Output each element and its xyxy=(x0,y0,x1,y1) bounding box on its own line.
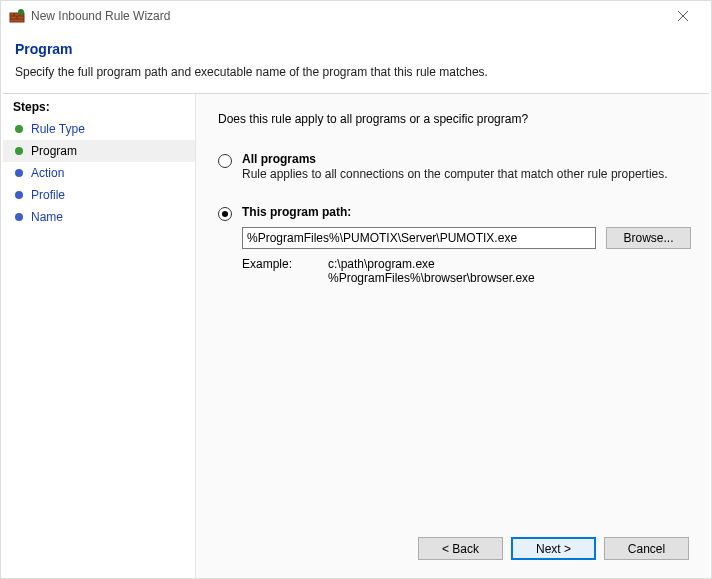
content-pane: Does this rule apply to all programs or … xyxy=(196,94,709,578)
browse-button[interactable]: Browse... xyxy=(606,227,691,249)
program-path-input[interactable] xyxy=(242,227,596,249)
option-texts: This program path: xyxy=(242,205,691,219)
option-all-programs[interactable]: All programs Rule applies to all connect… xyxy=(218,152,691,181)
step-dot-icon xyxy=(15,213,23,221)
sidebar-item-label: Program xyxy=(31,144,77,158)
sidebar-item-profile[interactable]: Profile xyxy=(3,184,195,206)
sidebar-item-rule-type[interactable]: Rule Type xyxy=(3,118,195,140)
cancel-button[interactable]: Cancel xyxy=(604,537,689,560)
option-all-title: All programs xyxy=(242,152,691,166)
option-this-program-path[interactable]: This program path: xyxy=(218,205,691,221)
content-spacer xyxy=(218,285,691,533)
titlebar: New Inbound Rule Wizard xyxy=(1,1,711,31)
wizard-header: Program Specify the full program path an… xyxy=(1,31,711,93)
step-dot-icon xyxy=(15,169,23,177)
sidebar-item-label: Action xyxy=(31,166,64,180)
question-text: Does this rule apply to all programs or … xyxy=(218,112,691,126)
step-dot-icon xyxy=(15,191,23,199)
program-path-row: Browse... xyxy=(242,227,691,249)
option-texts: All programs Rule applies to all connect… xyxy=(242,152,691,181)
firewall-icon xyxy=(9,8,25,24)
program-scope-options: All programs Rule applies to all connect… xyxy=(218,152,691,285)
svg-point-6 xyxy=(18,9,24,15)
page-subtitle: Specify the full program path and execut… xyxy=(15,65,697,79)
example-row: Example: c:\path\program.exe %ProgramFil… xyxy=(242,257,691,285)
sidebar-item-program[interactable]: Program xyxy=(3,140,195,162)
steps-heading: Steps: xyxy=(3,100,195,118)
option-path-title: This program path: xyxy=(242,205,691,219)
wizard-window: New Inbound Rule Wizard Program Specify … xyxy=(0,0,712,579)
sidebar-item-action[interactable]: Action xyxy=(3,162,195,184)
step-dot-icon xyxy=(15,125,23,133)
back-button[interactable]: < Back xyxy=(418,537,503,560)
sidebar-item-label: Rule Type xyxy=(31,122,85,136)
step-dot-icon xyxy=(15,147,23,155)
wizard-buttons: < Back Next > Cancel xyxy=(218,533,691,566)
sidebar-item-label: Profile xyxy=(31,188,65,202)
spacer xyxy=(218,187,691,205)
page-title: Program xyxy=(15,41,697,57)
option-all-desc: Rule applies to all connections on the c… xyxy=(242,167,691,181)
close-button[interactable] xyxy=(663,2,703,30)
radio-this-program-path[interactable] xyxy=(218,207,232,221)
steps-sidebar: Steps: Rule Type Program Action Profile … xyxy=(3,94,196,578)
example-paths: c:\path\program.exe %ProgramFiles%\brows… xyxy=(328,257,535,285)
wizard-body: Steps: Rule Type Program Action Profile … xyxy=(3,93,709,578)
sidebar-item-name[interactable]: Name xyxy=(3,206,195,228)
window-title: New Inbound Rule Wizard xyxy=(31,9,663,23)
radio-all-programs[interactable] xyxy=(218,154,232,168)
example-label: Example: xyxy=(242,257,304,285)
next-button[interactable]: Next > xyxy=(511,537,596,560)
sidebar-item-label: Name xyxy=(31,210,63,224)
